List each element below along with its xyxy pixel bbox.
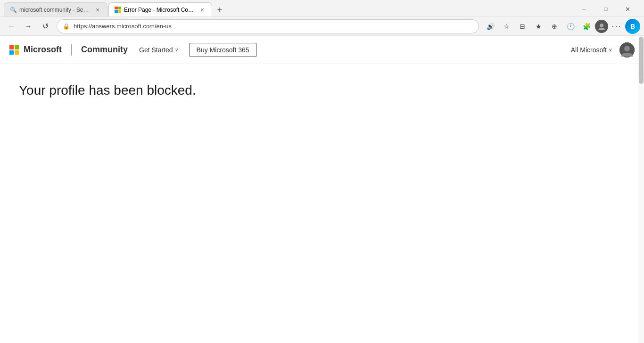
collections-button[interactable]: ⊕	[547, 19, 562, 34]
microsoft-label: Microsoft	[24, 45, 62, 55]
bing-button[interactable]: B	[625, 19, 640, 34]
nav-divider	[71, 44, 72, 56]
tab-favicon-ms	[115, 7, 121, 13]
ms-square-red	[9, 45, 14, 49]
back-button[interactable]: ←	[4, 19, 19, 34]
tab-search[interactable]: 🔍 microsoft community - Search ×	[4, 2, 107, 16]
community-label: Community	[81, 45, 128, 55]
tab-title-search: microsoft community - Search	[19, 7, 91, 13]
more-button[interactable]: ···	[609, 19, 624, 34]
minimize-button[interactable]: ─	[573, 1, 595, 16]
tab-favicon-search: 🔍	[10, 7, 17, 13]
history-button[interactable]: 🕐	[563, 19, 578, 34]
favorites-bar-button[interactable]: ★	[531, 19, 546, 34]
extensions-button[interactable]: 🧩	[579, 19, 594, 34]
scrollbar-thumb	[639, 37, 644, 84]
ms-logo-squares	[9, 45, 19, 55]
ms-square-yellow	[15, 50, 19, 55]
close-button[interactable]: ✕	[617, 1, 638, 16]
site-navbar: Microsoft Community Get Started ∨ Buy Mi…	[0, 36, 644, 64]
maximize-button[interactable]: □	[595, 1, 617, 16]
svg-point-0	[600, 24, 603, 27]
profile-icon	[597, 22, 606, 31]
toolbar: ← → ↺ 🔒 https://answers.microsoft.com/en…	[0, 16, 644, 35]
tab-bar: 🔍 microsoft community - Search × Error P…	[0, 0, 644, 16]
tab-close-search[interactable]: ×	[94, 6, 101, 14]
ms-square-blue	[9, 50, 14, 55]
favorite-button[interactable]: ☆	[499, 19, 514, 34]
ms-square-green	[15, 45, 19, 49]
browser-chrome: 🔍 microsoft community - Search × Error P…	[0, 0, 644, 36]
get-started-label: Get Started	[139, 46, 173, 54]
tab-error-page[interactable]: Error Page - Microsoft Communit... ×	[108, 2, 212, 16]
new-tab-button[interactable]: +	[213, 3, 226, 16]
all-microsoft-button[interactable]: All Microsoft ∨	[571, 46, 612, 54]
all-microsoft-label: All Microsoft	[571, 46, 607, 54]
forward-button[interactable]: →	[21, 19, 36, 34]
refresh-button[interactable]: ↺	[38, 19, 53, 34]
read-aloud-button[interactable]: 🔊	[483, 19, 498, 34]
toolbar-actions: 🔊 ☆ ⊟ ★ ⊕ 🕐 🧩 ··· B	[483, 19, 640, 34]
split-view-button[interactable]: ⊟	[515, 19, 530, 34]
buy-microsoft-365-button[interactable]: Buy Microsoft 365	[190, 43, 256, 57]
page-scrollbar[interactable]	[638, 36, 644, 343]
url-text: https://answers.microsoft.com/en-us	[74, 23, 473, 30]
address-bar[interactable]: 🔒 https://answers.microsoft.com/en-us	[57, 19, 479, 33]
window-controls: ─ □ ✕	[573, 1, 638, 16]
lock-icon: 🔒	[63, 23, 70, 30]
page-content-area: Microsoft Community Get Started ∨ Buy Mi…	[0, 36, 644, 343]
blocked-message: Your profile has been blocked.	[19, 83, 625, 98]
microsoft-logo[interactable]: Microsoft	[9, 45, 62, 55]
svg-point-2	[624, 46, 630, 51]
main-content: Your profile has been blocked.	[0, 64, 644, 117]
profile-button[interactable]	[595, 20, 608, 33]
all-microsoft-chevron: ∨	[609, 47, 612, 52]
get-started-button[interactable]: Get Started ∨	[135, 44, 182, 56]
avatar-icon	[619, 42, 635, 57]
tab-title-error: Error Page - Microsoft Communit...	[124, 7, 196, 13]
tab-close-error[interactable]: ×	[198, 6, 206, 14]
user-avatar[interactable]	[619, 42, 635, 57]
get-started-chevron: ∨	[175, 47, 178, 52]
